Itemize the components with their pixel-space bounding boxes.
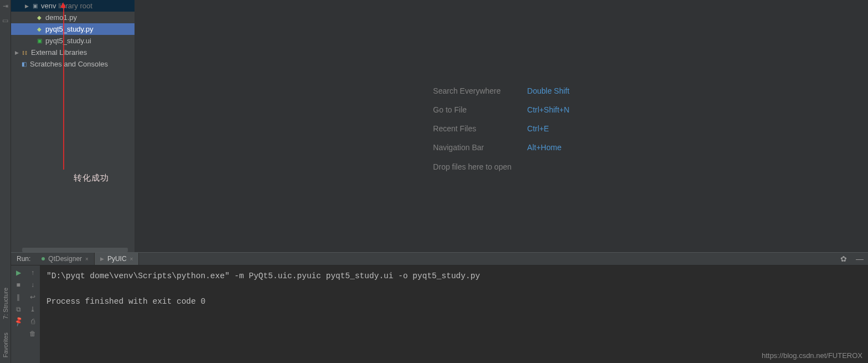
hint-navigation-bar: Navigation Bar Alt+Home	[433, 138, 569, 157]
console-line: "D:\pyqt dome\venv\Scripts\python.exe" -…	[46, 272, 480, 280]
tree-label: External Libraries	[31, 48, 87, 57]
layout-icon[interactable]: ⧉	[16, 305, 21, 313]
up-icon[interactable]: ↑	[31, 269, 34, 277]
run-tab-label: PyUIC	[107, 255, 127, 263]
project-tree[interactable]: ▣ venv library root ◆ demo1.py ◆ pyqt5_s…	[11, 0, 135, 252]
folder-icon[interactable]: ▭	[2, 17, 8, 24]
run-toolbar-secondary: ↑ ↓ ↩ ⤓ ⎙ 🗑	[25, 265, 40, 363]
tree-label: venv	[41, 2, 56, 10]
down-icon[interactable]: ↓	[31, 281, 34, 289]
annotation-arrow-head	[60, 2, 66, 8]
trash-icon[interactable]: 🗑	[29, 330, 36, 338]
folder-icon: ▣	[31, 2, 39, 10]
scroll-to-end-icon[interactable]: ⤓	[30, 305, 35, 313]
tree-label: pyqt5_study.py	[45, 25, 93, 33]
annotation-text: 转化成功	[74, 173, 109, 183]
favorites-tool-button[interactable]: Favorites	[2, 329, 9, 361]
soft-wrap-icon[interactable]: ↩	[30, 293, 35, 301]
stop-icon[interactable]: ■	[16, 281, 20, 289]
close-icon[interactable]: ×	[85, 256, 89, 262]
horizontal-collapse-icon[interactable]: ⇥	[3, 2, 8, 10]
tree-item-external-libraries[interactable]: ⫿⫿ External Libraries	[11, 47, 135, 58]
settings-icon[interactable]: ✿	[836, 253, 851, 265]
tree-item-file[interactable]: ◆ demo1.py	[11, 12, 135, 23]
annotation-arrow	[63, 6, 64, 170]
library-icon: ⫿⫿	[21, 49, 29, 57]
run-tab-qtdesigner[interactable]: QtDesigner ×	[36, 253, 95, 265]
console-output[interactable]: "D:\pyqt dome\venv\Scripts\python.exe" -…	[40, 265, 868, 363]
shortcut-key: Alt+Home	[527, 143, 561, 152]
structure-tool-button[interactable]: 7: Structure	[2, 284, 9, 323]
run-title: Run:	[11, 253, 36, 265]
qt-ui-file-icon: ▣	[35, 37, 43, 45]
print-icon[interactable]: ⎙	[31, 318, 35, 325]
tree-label: Scratches and Consoles	[30, 60, 108, 68]
tree-label: demo1.py	[45, 13, 77, 22]
tree-item-file-selected[interactable]: ◆ pyqt5_study.py	[11, 23, 135, 35]
run-toolbar-primary: ▶ ■ ‖ ⧉ 📌	[11, 265, 25, 363]
run-tool-window: Run: QtDesigner × ▶ PyUIC × ✿ — ▶ ■ ‖ ⧉ …	[11, 252, 868, 363]
pin-icon[interactable]: 📌	[13, 316, 24, 327]
tree-item-venv[interactable]: ▣ venv library root	[11, 0, 135, 12]
hint-search-everywhere: Search Everywhere Double Shift	[433, 81, 569, 100]
hide-icon[interactable]: —	[851, 253, 868, 265]
left-tool-gutter: ⇥ ▭ 7: Structure Favorites	[0, 0, 11, 363]
hint-recent-files: Recent Files Ctrl+E	[433, 119, 569, 138]
watermark: https://blog.csdn.net/FUTEROX	[762, 351, 862, 360]
play-icon: ▶	[100, 256, 104, 262]
close-icon[interactable]: ×	[130, 256, 133, 262]
shortcut-key: Double Shift	[527, 86, 569, 95]
rerun-icon[interactable]: ▶	[16, 269, 21, 277]
tree-item-file[interactable]: ▣ pyqt5_study.ui	[11, 35, 135, 47]
hint-go-to-file: Go to File Ctrl+Shift+N	[433, 100, 569, 119]
chevron-right-icon[interactable]	[14, 50, 19, 55]
tree-item-scratches[interactable]: ◧ Scratches and Consoles	[11, 58, 135, 70]
run-tabs-bar: Run: QtDesigner × ▶ PyUIC × ✿ —	[11, 252, 868, 265]
pause-icon[interactable]: ‖	[17, 293, 20, 301]
drop-files-hint: Drop files here to open	[433, 157, 569, 171]
status-dot-icon	[42, 257, 45, 260]
python-file-icon: ◆	[35, 25, 43, 33]
console-line: Process finished with exit code 0	[46, 297, 205, 306]
shortcut-key: Ctrl+E	[527, 124, 549, 133]
run-tab-pyuic[interactable]: ▶ PyUIC ×	[95, 253, 140, 265]
chevron-right-icon[interactable]	[24, 3, 29, 9]
python-file-icon: ◆	[35, 14, 43, 22]
shortcut-key: Ctrl+Shift+N	[527, 105, 569, 114]
editor-empty-state: 转化成功 Search Everywhere Double Shift Go t…	[135, 0, 868, 252]
run-tab-label: QtDesigner	[48, 255, 82, 263]
scratches-icon: ◧	[20, 60, 28, 68]
tree-label: pyqt5_study.ui	[45, 37, 91, 45]
